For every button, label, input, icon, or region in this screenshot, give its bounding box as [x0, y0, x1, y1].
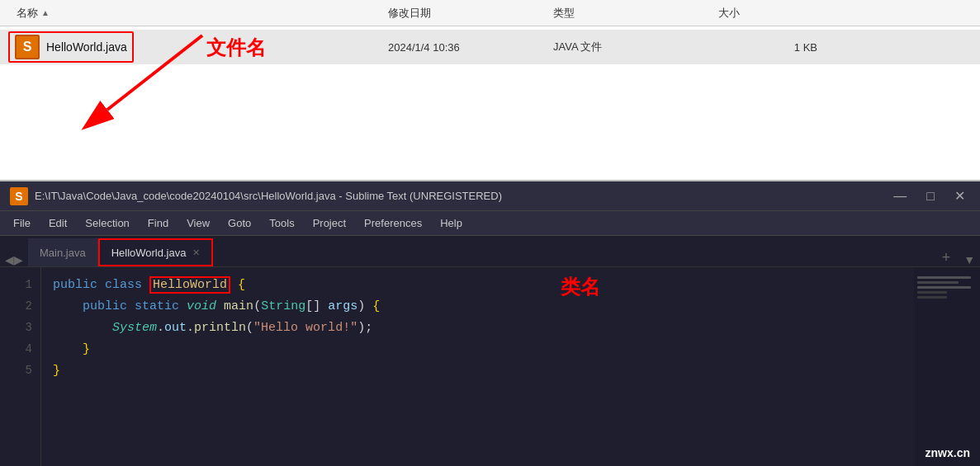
kw-out: out — [164, 321, 187, 335]
window-title: E:\IT\Java\Code\Java_code\code20240104\s… — [35, 190, 888, 202]
minimap-line — [917, 281, 959, 284]
minimap[interactable] — [914, 267, 980, 466]
kw-class: class — [105, 278, 142, 292]
tab-add-button[interactable]: + — [934, 249, 959, 266]
line-num-1: 1 — [0, 274, 40, 295]
tab-bar: ◀ ▶ Main.java HelloWorld.java ✕ + ▼ — [0, 236, 980, 267]
kw-public-2: public — [83, 299, 127, 313]
menu-bar: File Edit Selection Find View Goto Tools… — [0, 211, 980, 236]
tab-helloworld-java-label: HelloWorld.java — [111, 247, 187, 259]
tab-scroll-down[interactable]: ▼ — [959, 253, 980, 266]
close-brace-outer: } — [53, 364, 60, 378]
sublime-text-window: S E:\IT\Java\Code\Java_code\code20240104… — [0, 181, 980, 466]
window-controls: — □ ✕ — [888, 186, 970, 205]
code-line-5: } — [53, 360, 914, 381]
code-line-1: public class HelloWorld { — [53, 274, 914, 295]
tab-prev-icon[interactable]: ◀ — [5, 253, 14, 266]
kw-public: public — [53, 278, 97, 292]
param-args: args — [328, 299, 357, 313]
tab-close-icon[interactable]: ✕ — [192, 247, 200, 258]
param-type-string: String — [261, 299, 305, 313]
sort-arrow-icon: ▲ — [41, 8, 50, 17]
method-main: main — [224, 299, 253, 313]
file-name: HelloWorld.java — [46, 40, 127, 54]
code-content[interactable]: 类名 public class HelloWorld { public stat… — [41, 267, 914, 466]
file-date: 2024/1/4 10:36 — [388, 41, 553, 54]
minimap-line — [917, 286, 971, 289]
menu-view[interactable]: View — [178, 214, 218, 232]
code-line-4: } — [53, 338, 914, 360]
method-println: println — [194, 321, 246, 335]
kw-static: static — [135, 299, 179, 313]
close-button[interactable]: ✕ — [949, 186, 970, 205]
tab-main-java[interactable]: Main.java — [28, 238, 98, 266]
open-brace-2: { — [372, 299, 380, 313]
file-size: 1 KB — [718, 41, 817, 54]
code-line-3: System . out . println ( "Hello world!" … — [53, 317, 914, 338]
col-header-name[interactable]: 名称 ▲ — [8, 6, 388, 21]
code-line-2: public static void main ( String [] args… — [53, 295, 914, 317]
minimap-line — [917, 296, 947, 299]
file-explorer: 名称 ▲ 修改日期 类型 大小 S HelloWorld.java 2024/1… — [0, 0, 980, 181]
menu-tools[interactable]: Tools — [261, 214, 302, 232]
file-row[interactable]: S HelloWorld.java 2024/1/4 10:36 JAVA 文件… — [0, 30, 980, 64]
java-file-icon: S — [15, 35, 40, 59]
code-area: 1 2 3 4 5 类名 public class HelloWorld { — [0, 267, 980, 466]
menu-goto[interactable]: Goto — [220, 214, 259, 232]
col-header-size[interactable]: 大小 — [718, 6, 817, 21]
column-headers: 名称 ▲ 修改日期 类型 大小 — [0, 0, 980, 26]
class-name-HelloWorld: HelloWorld — [149, 276, 230, 294]
menu-edit[interactable]: Edit — [40, 214, 75, 232]
maximize-button[interactable]: □ — [921, 187, 940, 205]
line-num-4: 4 — [0, 338, 40, 360]
tab-next-icon[interactable]: ▶ — [14, 253, 23, 266]
col-header-type[interactable]: 类型 — [553, 6, 718, 21]
kw-void: void — [187, 299, 216, 313]
file-highlighted-box: S HelloWorld.java — [8, 31, 134, 63]
menu-file[interactable]: File — [5, 214, 39, 232]
minimap-line — [917, 291, 947, 294]
file-icon-cell: S HelloWorld.java — [8, 31, 388, 63]
open-brace-1: { — [238, 278, 245, 292]
line-num-5: 5 — [0, 360, 40, 381]
minimap-line — [917, 276, 971, 279]
tab-main-java-label: Main.java — [40, 247, 86, 259]
annotation-filename-label: 文件名 — [206, 35, 266, 61]
line-numbers: 1 2 3 4 5 — [0, 267, 41, 466]
menu-selection[interactable]: Selection — [77, 214, 137, 232]
string-hello: "Hello world!" — [253, 321, 357, 335]
minimap-content — [914, 267, 980, 308]
line-num-2: 2 — [0, 295, 40, 317]
tab-helloworld-java[interactable]: HelloWorld.java ✕ — [98, 238, 214, 266]
watermark: znwx.cn — [926, 446, 970, 459]
menu-project[interactable]: Project — [305, 214, 354, 232]
title-bar: S E:\IT\Java\Code\Java_code\code20240104… — [0, 181, 980, 211]
menu-find[interactable]: Find — [140, 214, 177, 232]
tab-nav-arrows: ◀ ▶ — [0, 253, 28, 266]
menu-help[interactable]: Help — [432, 214, 471, 232]
line-num-3: 3 — [0, 317, 40, 338]
file-type: JAVA 文件 — [553, 40, 718, 54]
minimize-button[interactable]: — — [888, 187, 911, 205]
col-header-date[interactable]: 修改日期 — [388, 6, 553, 21]
close-brace-inner: } — [83, 342, 90, 356]
sublime-app-icon: S — [10, 187, 28, 205]
menu-preferences[interactable]: Preferences — [356, 214, 430, 232]
kw-system: System — [112, 321, 157, 335]
